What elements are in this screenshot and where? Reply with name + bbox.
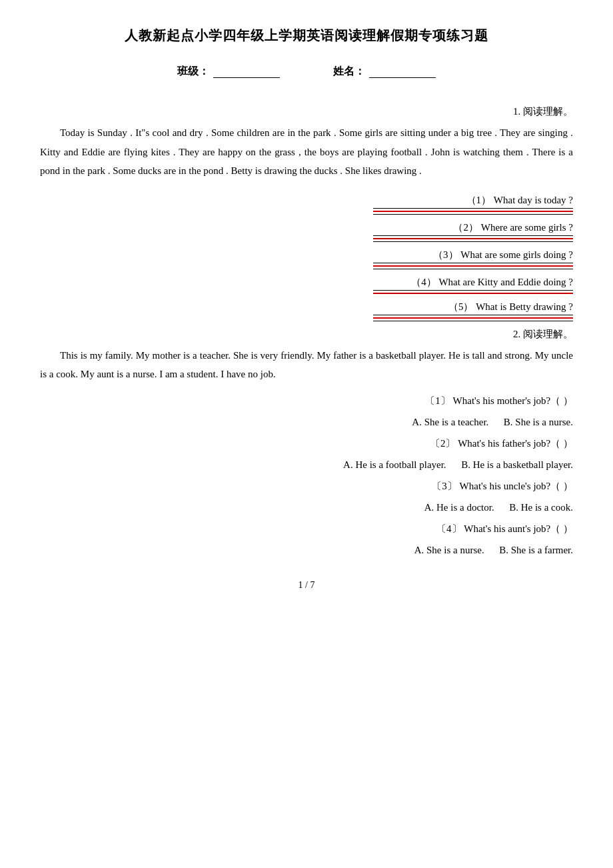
q4-text: （4） What are Kitty and Eddie doing ? — [67, 276, 573, 289]
answer-line-5a — [373, 315, 573, 315]
mc-q4-options: A. She is a nurse. B. She is a farmer. — [40, 540, 573, 560]
page-number: 1 / 7 — [40, 580, 573, 591]
mc-q4-bracket: 〔4〕 — [436, 523, 462, 534]
q2-text: （2） Where are some girls ? — [67, 221, 573, 234]
q3-question: What are some girls doing ? — [460, 249, 573, 260]
mc-q4-text: What's his aunt's job?（ ） — [464, 523, 573, 534]
answer-line-4a — [373, 290, 573, 291]
answer-line-4b — [373, 293, 573, 294]
mc-q1-bracket: 〔1〕 — [425, 395, 450, 406]
q1-text: （1） What day is today ? — [67, 194, 573, 207]
question-4: （4） What are Kitty and Eddie doing ? — [67, 276, 573, 294]
section2-label: 2. 阅读理解。 — [40, 328, 573, 341]
mc-q2-text: What's his father's job?（ ） — [458, 438, 573, 449]
form-row: 班级： 姓名： — [40, 65, 573, 79]
answer-line-1b — [373, 211, 573, 212]
question-2: （2） Where are some girls ? — [67, 221, 573, 242]
mc-q1-optionB: B. She is a nurse. — [504, 417, 573, 427]
mc-q2-optionB: B. He is a basketball player. — [461, 459, 573, 470]
mc-q4-optionA: A. She is a nurse. — [414, 545, 484, 555]
answer-line-3a — [373, 263, 573, 263]
answer-line-1c — [373, 214, 573, 215]
answer-line-3b — [373, 265, 573, 267]
q2-question: Where are some girls ? — [481, 222, 573, 233]
name-field: 姓名： — [333, 65, 436, 79]
q1-answer-lines — [67, 208, 573, 215]
class-field: 班级： — [177, 65, 280, 79]
answer-line-2b — [373, 238, 573, 239]
mc-q2-bracket: 〔2〕 — [430, 438, 456, 449]
q3-number: （3） — [433, 249, 458, 260]
mc-q1-prompt: 〔1〕 What's his mother's job?（ ） — [40, 391, 573, 411]
question-5: （5） What is Betty drawing ? — [67, 301, 573, 321]
mc-q1-options: A. She is a teacher. B. She is a nurse. — [40, 412, 573, 432]
q3-answer-lines — [67, 263, 573, 269]
mc-q1-text: What's his mother's job?（ ） — [453, 395, 573, 406]
mc-q4-optionB: B. She is a farmer. — [499, 545, 573, 555]
mc-q2-prompt: 〔2〕 What's his father's job?（ ） — [40, 433, 573, 453]
q2-answer-lines — [67, 235, 573, 242]
q3-text: （3） What are some girls doing ? — [67, 249, 573, 261]
answer-line-3c — [373, 269, 573, 269]
mc-q3-prompt: 〔3〕 What's his uncle's job?（ ） — [40, 476, 573, 496]
answer-line-2c — [373, 241, 573, 242]
mc-q3-bracket: 〔3〕 — [432, 481, 457, 491]
mc-q3-optionA: A. He is a doctor. — [424, 502, 494, 513]
mc-q1-optionA: A. She is a teacher. — [412, 417, 488, 427]
q5-answer-lines — [67, 315, 573, 321]
class-input[interactable] — [213, 66, 280, 78]
mc-q2-options: A. He is a football player. B. He is a b… — [40, 455, 573, 475]
answer-line-1a — [373, 208, 573, 209]
q5-number: （5） — [448, 301, 474, 312]
passage2: This is my family. My mother is a teache… — [40, 346, 573, 384]
class-label: 班级： — [177, 65, 209, 79]
q5-text: （5） What is Betty drawing ? — [67, 301, 573, 313]
page-title: 人教新起点小学四年级上学期英语阅读理解假期专项练习题 — [40, 27, 573, 45]
question-1: （1） What day is today ? — [67, 194, 573, 215]
mc-q2-optionA: A. He is a football player. — [343, 459, 446, 470]
mc-q3-text: What's his uncle's job?（ ） — [460, 481, 573, 491]
mc-q4-prompt: 〔4〕 What's his aunt's job?（ ） — [40, 519, 573, 539]
name-input[interactable] — [369, 66, 436, 78]
q4-number: （4） — [411, 277, 436, 287]
mc-questions-block: 〔1〕 What's his mother's job?（ ） A. She i… — [40, 391, 573, 560]
section1-label: 1. 阅读理解。 — [40, 105, 573, 118]
q2-number: （2） — [453, 222, 478, 233]
q5-question: What is Betty drawing ? — [476, 301, 573, 312]
answer-line-5c — [373, 321, 573, 321]
questions-block-1: （1） What day is today ? （2） Where are so… — [67, 194, 573, 321]
mc-q3-optionB: B. He is a cook. — [509, 502, 573, 513]
mc-q3-options: A. He is a doctor. B. He is a cook. — [40, 497, 573, 517]
q1-question: What day is today ? — [494, 195, 573, 205]
answer-line-2a — [373, 235, 573, 236]
q1-number: （1） — [466, 195, 492, 205]
name-label: 姓名： — [333, 65, 365, 79]
question-3: （3） What are some girls doing ? — [67, 249, 573, 269]
passage1: Today is Sunday . It"s cool and dry . So… — [40, 123, 573, 181]
answer-line-5b — [373, 317, 573, 319]
q4-answer-lines — [67, 290, 573, 294]
q4-question: What are Kitty and Eddie doing ? — [438, 277, 573, 287]
